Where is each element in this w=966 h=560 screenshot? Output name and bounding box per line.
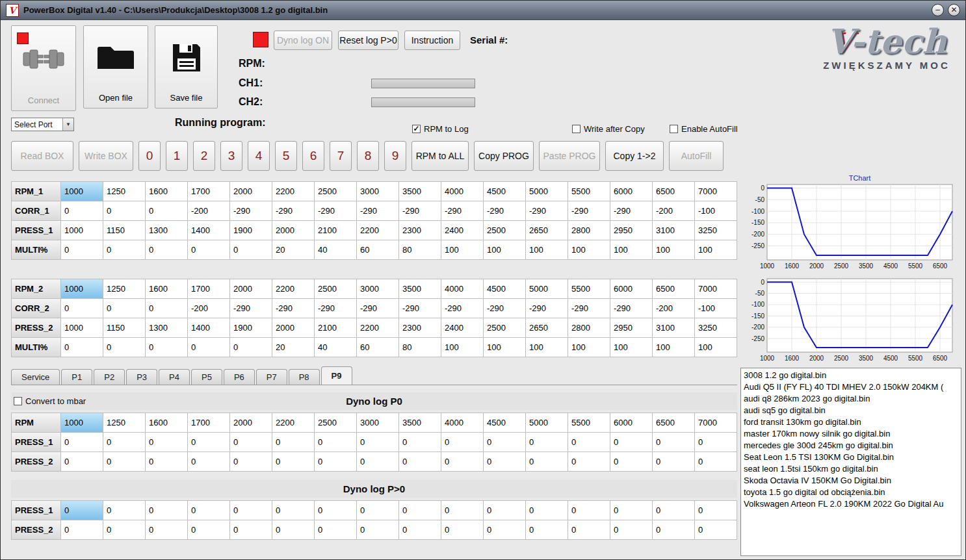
table-cell[interactable]: -290 <box>610 299 653 318</box>
enable-autofill-checkbox[interactable]: ✓ Enable AutoFill <box>670 124 738 134</box>
table-cell[interactable]: 6000 <box>610 413 653 433</box>
convert-to-mbar-checkbox[interactable]: ✓ Convert to mbar <box>14 396 86 406</box>
table-cell[interactable]: 1300 <box>146 221 188 240</box>
digit-button-3[interactable]: 3 <box>220 141 242 171</box>
table-cell[interactable]: 2000 <box>230 413 272 433</box>
table-cell[interactable]: 0 <box>103 338 146 357</box>
table-cell[interactable]: 100 <box>610 240 653 260</box>
table-cell[interactable]: 0 <box>399 501 441 520</box>
table-cell[interactable]: 2200 <box>272 279 315 299</box>
table-cell[interactable]: 1150 <box>103 221 146 240</box>
table-cell[interactable]: 0 <box>61 501 103 520</box>
table-cell[interactable]: 5000 <box>526 279 568 299</box>
table-cell[interactable]: 2000 <box>272 318 315 338</box>
table-cell[interactable]: 0 <box>230 433 272 452</box>
table-cell[interactable]: 0 <box>146 452 188 472</box>
table-cell[interactable]: -290 <box>315 299 357 318</box>
tab-p5[interactable]: P5 <box>191 369 222 385</box>
table-cell[interactable]: 6500 <box>653 182 695 201</box>
file-list-item[interactable]: Audi Q5 II (FY FL) 40 TDI MHEV 2.0 150kW… <box>742 381 961 393</box>
table-cell[interactable]: 0 <box>695 452 737 472</box>
table-cell[interactable]: 2650 <box>526 318 568 338</box>
table-cell[interactable]: 0 <box>230 452 272 472</box>
table-cell[interactable]: 0 <box>357 433 399 452</box>
table-cell[interactable]: 2100 <box>315 221 357 240</box>
table-cell[interactable]: 0 <box>272 501 315 520</box>
table-cell[interactable]: -290 <box>272 201 315 221</box>
table-cell[interactable]: 0 <box>399 452 441 472</box>
table-cell[interactable]: 7000 <box>695 182 737 201</box>
table-cell[interactable]: 0 <box>526 501 568 520</box>
digit-button-8[interactable]: 8 <box>357 141 379 171</box>
table-cell[interactable]: 80 <box>399 338 441 357</box>
table-cell[interactable]: 0 <box>61 433 103 452</box>
table-cell[interactable]: 2800 <box>568 221 610 240</box>
file-list-item[interactable]: audi q8 286km 2023 go digital.bin <box>742 393 961 405</box>
file-list-item[interactable]: 3008 1.2 go digital.bin <box>742 370 961 381</box>
table-cell[interactable]: 7000 <box>695 413 737 433</box>
table-cell[interactable]: 100 <box>568 240 610 260</box>
copy-prog-button[interactable]: Copy PROG <box>474 141 534 171</box>
table-cell[interactable]: 3500 <box>399 279 441 299</box>
table-cell[interactable]: 5500 <box>568 182 610 201</box>
digit-button-9[interactable]: 9 <box>384 141 406 171</box>
table-cell[interactable]: 7000 <box>695 279 737 299</box>
table-cell[interactable]: 0 <box>146 201 188 221</box>
table-cell[interactable]: 3100 <box>653 318 695 338</box>
table-cell[interactable]: 1250 <box>103 413 146 433</box>
table-cell[interactable]: 2200 <box>357 318 399 338</box>
table-cell[interactable]: 100 <box>441 240 484 260</box>
table-cell[interactable]: 1600 <box>146 413 188 433</box>
table-cell[interactable]: 0 <box>230 501 272 520</box>
tab-p4[interactable]: P4 <box>159 369 190 385</box>
reset-log-button[interactable]: Reset log P>0 <box>338 31 398 50</box>
write-box-button[interactable]: Write BOX <box>79 141 133 171</box>
table-cell[interactable]: 2400 <box>441 221 484 240</box>
table-cell[interactable]: 2500 <box>315 182 357 201</box>
tab-service[interactable]: Service <box>11 369 60 385</box>
table-cell[interactable]: -290 <box>526 299 568 318</box>
table-cell[interactable]: 0 <box>103 452 146 472</box>
table-cell[interactable]: 1900 <box>230 221 272 240</box>
table-cell[interactable]: 0 <box>695 520 737 540</box>
table-cell[interactable]: 1250 <box>103 182 146 201</box>
table-cell[interactable]: 2950 <box>610 318 653 338</box>
table-cell[interactable]: 0 <box>653 501 695 520</box>
save-file-button[interactable]: Save file <box>155 25 218 108</box>
table-cell[interactable]: 6000 <box>610 279 653 299</box>
table-cell[interactable]: 0 <box>272 452 315 472</box>
table-cell[interactable]: 2500 <box>315 413 357 433</box>
table-cell[interactable]: -100 <box>695 299 737 318</box>
table-cell[interactable]: 6500 <box>653 413 695 433</box>
table-cell[interactable]: 0 <box>526 452 568 472</box>
table-cell[interactable]: 0 <box>146 240 188 260</box>
minimize-button[interactable]: – <box>932 4 944 16</box>
table-cell[interactable]: 0 <box>484 501 526 520</box>
dyno-log-on-button[interactable]: Dyno log ON <box>274 31 332 50</box>
table-cell[interactable]: 100 <box>526 240 568 260</box>
tab-p6[interactable]: P6 <box>224 369 255 385</box>
table-cell[interactable]: -290 <box>230 201 272 221</box>
table-cell[interactable]: 0 <box>61 299 103 318</box>
table-cell[interactable]: 4000 <box>441 182 484 201</box>
tab-p3[interactable]: P3 <box>126 369 157 385</box>
table-cell[interactable]: 0 <box>61 201 103 221</box>
table-cell[interactable]: 1000 <box>61 182 103 201</box>
table-cell[interactable]: 3500 <box>399 413 441 433</box>
table-cell[interactable]: 0 <box>441 433 484 452</box>
table-cell[interactable]: 0 <box>399 520 441 540</box>
table-cell[interactable]: 0 <box>103 501 146 520</box>
table-cell[interactable]: 0 <box>399 433 441 452</box>
table-cell[interactable]: 5500 <box>568 279 610 299</box>
table-cell[interactable]: 0 <box>188 240 230 260</box>
table-cell[interactable]: 1700 <box>188 413 230 433</box>
table-cell[interactable]: 100 <box>695 240 737 260</box>
file-list-item[interactable]: seat leon 1.5tsi 150km go digital.bin <box>742 463 961 475</box>
table-cell[interactable]: 0 <box>526 520 568 540</box>
table-cell[interactable]: -290 <box>399 299 441 318</box>
table-cell[interactable]: 2200 <box>272 182 315 201</box>
table-cell[interactable]: 0 <box>61 338 103 357</box>
table-cell[interactable]: 0 <box>61 520 103 540</box>
table-cell[interactable]: 0 <box>188 433 230 452</box>
table-cell[interactable]: 1000 <box>61 221 103 240</box>
